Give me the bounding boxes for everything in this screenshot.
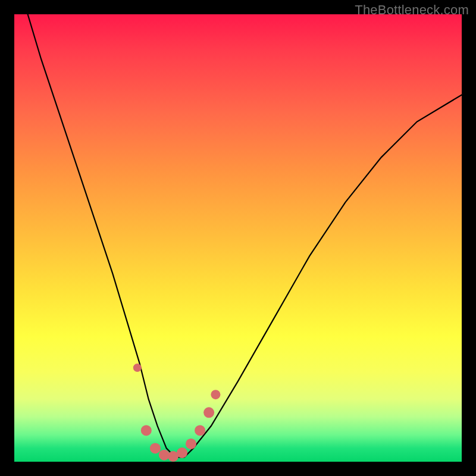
bottleneck-marker-dot — [159, 450, 170, 461]
bottleneck-marker-dot — [177, 447, 187, 458]
bottleneck-marker-dot — [133, 364, 142, 372]
bottleneck-marker-group — [133, 364, 221, 462]
bottleneck-curve-line — [28, 14, 462, 458]
bottleneck-marker-dot — [195, 425, 205, 436]
bottleneck-marker-dot — [141, 425, 152, 436]
bottleneck-marker-dot — [186, 439, 196, 449]
bottleneck-marker-dot — [211, 390, 220, 399]
bottleneck-marker-dot — [150, 443, 161, 453]
bottleneck-chart-svg — [14, 14, 462, 462]
bottleneck-marker-dot — [203, 407, 214, 418]
chart-plot-area — [14, 14, 462, 462]
